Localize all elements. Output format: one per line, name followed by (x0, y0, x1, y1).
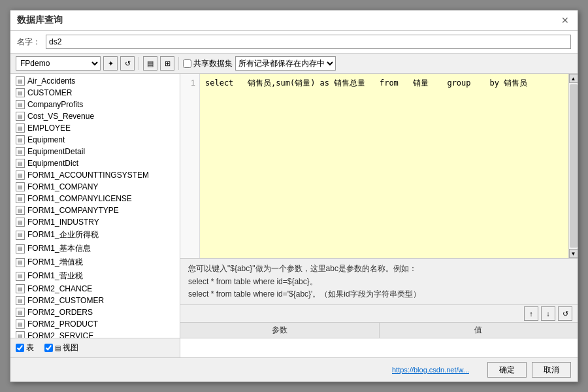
table-item-label: EquipmentDict (27, 159, 78, 168)
table-list-item[interactable]: ▤FORM1_增值税 (10, 255, 180, 269)
table-item-label: EMPLOYEE (27, 123, 71, 133)
hint-line3: select * from table where id='${abc}'。（如… (188, 288, 570, 301)
hint-line1: 您可以键入"${abc}"做为一个参数，这里abc是参数的名称。例如： (188, 263, 570, 275)
table-item-label: FORM2_CHANCE (27, 284, 92, 293)
table-icon: ⊞ (165, 59, 171, 68)
table-list-item[interactable]: ▤FORM2_SERVICE (10, 330, 180, 338)
table-item-label: FORM1_企业所得税 (27, 229, 99, 240)
table-item-icon: ▤ (16, 112, 25, 121)
table-item-icon: ▤ (16, 147, 25, 156)
table-checkbox-label[interactable]: 表 (16, 342, 34, 353)
scroll-down-arrow[interactable]: ▼ (569, 249, 578, 258)
wrench-button[interactable]: ✦ (103, 56, 118, 71)
params-down-button[interactable]: ↓ (541, 306, 555, 321)
shared-dataset-label: 共享数据集 (193, 58, 233, 69)
hint-area: 您可以键入"${abc}"做为一个参数，这里abc是参数的名称。例如： sele… (180, 259, 578, 305)
view-checkbox[interactable] (44, 344, 53, 352)
sql-content: 1 select 销售员,sum(销量) as 销售总量 from 销量 gro… (180, 74, 578, 258)
table-item-label: Air_Accidents (27, 76, 75, 86)
table-item-icon: ▤ (16, 194, 25, 203)
table-item-label: Cost_VS_Revenue (27, 112, 94, 121)
table-item-label: FORM1_ACCOUNTTINGSYSTEM (27, 171, 149, 180)
table-list-item[interactable]: ▤CompanyProfits (10, 99, 180, 110)
records-select[interactable]: 所有记录都保存在内存中 (235, 56, 336, 71)
params-grid-header: 参数 值 (180, 323, 578, 338)
table-item-label: FORM1_COMPANYLICENSE (27, 194, 132, 203)
name-input[interactable] (46, 35, 571, 49)
hint-line2: select * from table where id=${abc}。 (188, 276, 570, 288)
table-list-item[interactable]: ▤Equipment (10, 134, 180, 146)
table-list-item[interactable]: ▤FORM1_企业所得税 (10, 228, 180, 242)
table-item-label: FORM1_增值税 (27, 257, 83, 268)
view-label: 视图 (63, 342, 78, 353)
table-list-item[interactable]: ▤Air_Accidents (10, 75, 180, 87)
table-checkbox[interactable] (16, 344, 24, 352)
shared-dataset-checkbox[interactable] (183, 59, 191, 68)
params-area: ↑ ↓ ↺ 参数 值 (180, 305, 578, 357)
table-item-icon: ▤ (16, 159, 25, 168)
params-up-button[interactable]: ↑ (524, 306, 538, 321)
table-list-item[interactable]: ▤FORM2_ORDERS (10, 306, 180, 318)
file-button[interactable]: ▤ (143, 56, 157, 71)
line-number-1: 1 (180, 76, 199, 90)
wrench-icon: ✦ (108, 59, 114, 68)
table-item-icon: ▤ (16, 171, 25, 180)
footer-link: https://blog.csdn.net/w... (17, 366, 469, 374)
table-item-label: EquipmentDetail (27, 147, 85, 156)
scroll-thumb[interactable] (570, 84, 578, 248)
table-list-item[interactable]: ▤CUSTOMER (10, 87, 180, 99)
table-item-icon: ▤ (16, 182, 25, 191)
confirm-button[interactable]: 确定 (487, 362, 527, 378)
sql-editor[interactable]: select 销售员,sum(销量) as 销售总量 from 销量 group… (200, 74, 568, 258)
table-button[interactable]: ⊞ (160, 56, 174, 71)
table-item-label: Equipment (27, 135, 65, 144)
table-item-icon: ▤ (16, 331, 25, 338)
scroll-up-arrow[interactable]: ▲ (569, 74, 578, 83)
view-icon: ▤ (55, 344, 61, 351)
table-item-icon: ▤ (16, 135, 25, 144)
close-button[interactable]: ✕ (559, 14, 571, 26)
table-list-item[interactable]: ▤FORM1_COMPANYTYPE (10, 204, 180, 216)
toolbar-row: FPdemo ✦ ↺ ▤ ⊞ 共享数据集 所有记录都保存在内存中 (10, 54, 578, 74)
hint-line2-text: select * from table where id=${abc}。 (188, 277, 318, 286)
table-item-icon: ▤ (16, 319, 25, 329)
table-item-label: FORM2_ORDERS (27, 308, 93, 317)
line-numbers: 1 (180, 74, 200, 258)
table-list-item[interactable]: ▤FORM2_CHANCE (10, 283, 180, 295)
table-item-label: FORM2_PRODUCT (27, 319, 98, 329)
table-item-icon: ▤ (16, 308, 25, 317)
table-list-item[interactable]: ▤FORM1_COMPANY (10, 181, 180, 193)
table-list-item[interactable]: ▤EquipmentDetail (10, 146, 180, 157)
params-toolbar: ↑ ↓ ↺ (180, 305, 578, 323)
params-refresh-button[interactable]: ↺ (558, 306, 572, 321)
table-list-item[interactable]: ▤FORM1_营业税 (10, 269, 180, 283)
table-item-icon: ▤ (16, 244, 25, 253)
table-list-item[interactable]: ▤FORM1_ACCOUNTTINGSYSTEM (10, 169, 180, 181)
view-checkbox-label[interactable]: ▤ 视图 (44, 342, 78, 353)
table-list-item[interactable]: ▤Cost_VS_Revenue (10, 110, 180, 122)
dialog-title: 数据库查询 (17, 14, 63, 26)
sql-scrollbar: ▲ ▼ (568, 74, 578, 258)
cancel-button[interactable]: 取消 (532, 362, 571, 378)
right-panel: 1 select 销售员,sum(销量) as 销售总量 from 销量 gro… (180, 74, 578, 357)
datasource-select[interactable]: FPdemo (16, 56, 101, 71)
table-item-icon: ▤ (16, 123, 25, 133)
table-list-item[interactable]: ▤FORM1_基本信息 (10, 242, 180, 255)
refresh-icon: ↺ (125, 59, 131, 68)
footer-bar: https://blog.csdn.net/w... 确定 取消 (10, 357, 578, 382)
refresh-button[interactable]: ↺ (120, 56, 135, 71)
table-item-icon: ▤ (16, 218, 25, 227)
table-item-icon: ▤ (16, 258, 25, 267)
shared-dataset-checkbox-label[interactable]: 共享数据集 (183, 58, 233, 69)
params-col2: 值 (380, 323, 578, 338)
table-item-label: FORM1_COMPANYTYPE (27, 206, 119, 215)
table-list-item[interactable]: ▤EMPLOYEE (10, 122, 180, 134)
table-list-item[interactable]: ▤EquipmentDict (10, 157, 180, 169)
table-list-item[interactable]: ▤FORM2_PRODUCT (10, 318, 180, 330)
table-item-label: FORM2_SERVICE (27, 331, 93, 338)
table-list-item[interactable]: ▤FORM2_CUSTOMER (10, 295, 180, 306)
table-list-item[interactable]: ▤FORM1_INDUSTRY (10, 216, 180, 228)
file-icon: ▤ (147, 59, 154, 68)
table-list-item[interactable]: ▤FORM1_COMPANYLICENSE (10, 193, 180, 204)
table-item-label: FORM1_基本信息 (27, 243, 91, 254)
